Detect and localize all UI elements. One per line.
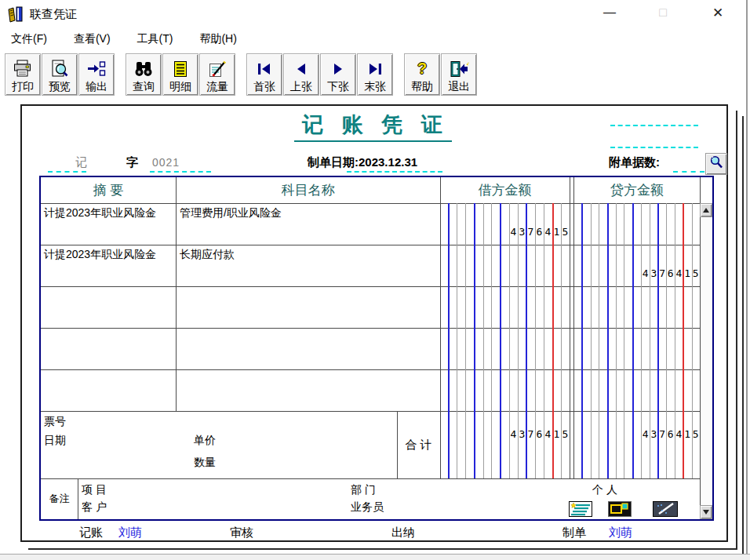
digit-cell [599,411,608,478]
toolbar-help-button[interactable]: ?帮助 [404,53,440,96]
window-bottom-edge [0,554,750,560]
memo-project-label: 项 目 [82,483,107,497]
printer-icon [13,58,33,79]
digit-cell: 4 [675,411,683,478]
menu-item-tools[interactable]: 工具(T) [131,29,180,49]
scroll-up-button[interactable] [700,203,712,217]
digit-cell: 4 [641,245,650,286]
voucher-date-value: 2023.12.31 [359,155,417,169]
table-scrollbar[interactable] [701,203,712,519]
title-bar: 联查凭证 — □ ✕ [0,0,750,28]
toolbar-preview-button[interactable]: 预览 [42,53,78,96]
attachments-zoom-button[interactable] [705,153,727,175]
digit-cell [492,411,501,478]
digit-cell [475,411,483,478]
signature-cashier-label: 出纳 [391,525,415,540]
digit-cell: 3 [650,245,658,286]
toolbar-detail-button[interactable]: 明细 [162,53,198,96]
export-icon [87,58,106,79]
table-rule [176,177,177,411]
triangle-down-icon [703,510,709,515]
digit-cell [624,245,633,286]
notes-icon-button[interactable] [569,501,592,517]
toolbar-flow-button[interactable]: 流量 [199,53,235,96]
digit-cell: 4 [641,411,650,478]
digit-cell: 7 [658,411,667,478]
row-debit-amount: 4376415 [440,203,570,245]
toolbar-query-button[interactable]: 查询 [126,53,162,96]
digit-cell: 7 [526,203,535,245]
window-right-edge [746,0,748,554]
toolbar: 打印预览输出查询明细流量首张上张下张末张?帮助退出 [5,53,488,97]
toolbar-first-button[interactable]: 首张 [246,53,282,96]
digit-cell: 1 [683,411,692,478]
exit-icon [449,58,469,79]
digit-cell [501,411,509,478]
digit-cell: 1 [552,411,561,478]
digit-cell: 4 [509,203,518,245]
signature-bookkeeper-name: 刘萌 [118,525,142,540]
digit-cell [633,411,642,478]
toolbar-exit-button[interactable]: 退出 [441,53,477,96]
column-header-summary: 摘 要 [41,177,176,203]
voucher-sheet: 记 账 凭 证 记 字 0021 制单日期:2023.12.31 附单据数: 摘… [20,104,728,542]
digit-cell [449,203,457,245]
voucher-number: 0021 [152,156,180,169]
digit-cell: 6 [535,411,544,478]
digit-cell [591,245,599,286]
last-page-icon [366,58,384,79]
toolbar-button-label: 明细 [169,79,191,93]
toolbar-button-label: 输出 [86,79,107,93]
toolbar-print-button[interactable]: 打印 [5,53,41,96]
digit-cell: 3 [650,411,658,478]
row-summary-cell: 计提2023年职业风险金 [42,245,174,285]
toolbar-last-button[interactable]: 末张 [357,53,393,96]
digit-cell [475,203,483,245]
signature-bookkeeper-label: 记账 [79,525,103,540]
digit-cell [457,203,466,245]
digit-cell: 4 [544,203,552,245]
voucher-word-label: 字 [126,155,138,170]
digit-cell: 5 [561,411,570,478]
toolbar-prev-button[interactable]: 上张 [283,53,319,96]
toolbar-button-label: 帮助 [411,79,433,93]
flow-icon [208,58,227,79]
toolbar-export-button[interactable]: 输出 [78,53,115,96]
toolbar-button-label: 查询 [133,79,155,93]
minimize-button[interactable]: — [598,5,621,20]
detail-icon [172,58,189,79]
dashed-line-attachments [673,171,704,173]
toolbar-group: 查询明细流量 [126,53,236,96]
digit-cell [466,411,475,478]
toolbar-button-label: 流量 [206,79,228,93]
signature-auditor-label: 审核 [230,525,253,540]
digit-cell: 1 [552,203,561,245]
maximize-button[interactable]: □ [651,5,675,20]
digit-cell: 7 [526,411,535,478]
voucher-date-label: 制单日期: [308,155,359,169]
menu-item-view[interactable]: 查看(V) [67,29,117,49]
digit-cell [449,411,457,478]
toolbar-next-button[interactable]: 下张 [320,53,356,96]
toolbar-group: 打印预览输出 [5,53,115,96]
scroll-down-button[interactable] [700,505,712,519]
dashed-line-serial-2 [150,171,211,173]
row-account-cell: 管理费用/职业风险金 [177,204,439,243]
memo-label: 备注 [41,478,78,519]
menu-item-file[interactable]: 文件(F) [5,29,53,49]
close-button[interactable]: ✕ [706,5,730,21]
digit-cell [583,411,592,478]
digit-cell: 7 [658,245,667,286]
dashed-line-top-1 [610,125,698,126]
voucher-type-label: 记 [75,155,87,170]
digit-cell [457,411,466,478]
toolbar-button-label: 末张 [364,79,386,93]
menu-item-help[interactable]: 帮助(H) [193,29,242,49]
digit-cell [574,411,583,478]
voucher-table: 摘 要 科目名称 借方金额 贷方金额 计提2023年职业风险金管理费用/职业风险… [39,176,714,521]
magnifier-icon [708,155,724,173]
footer-date-label: 日期 [44,434,66,448]
seal-icon-button[interactable] [608,501,632,517]
pen-icon-button[interactable] [653,501,678,517]
digit-cell: 4 [544,411,552,478]
